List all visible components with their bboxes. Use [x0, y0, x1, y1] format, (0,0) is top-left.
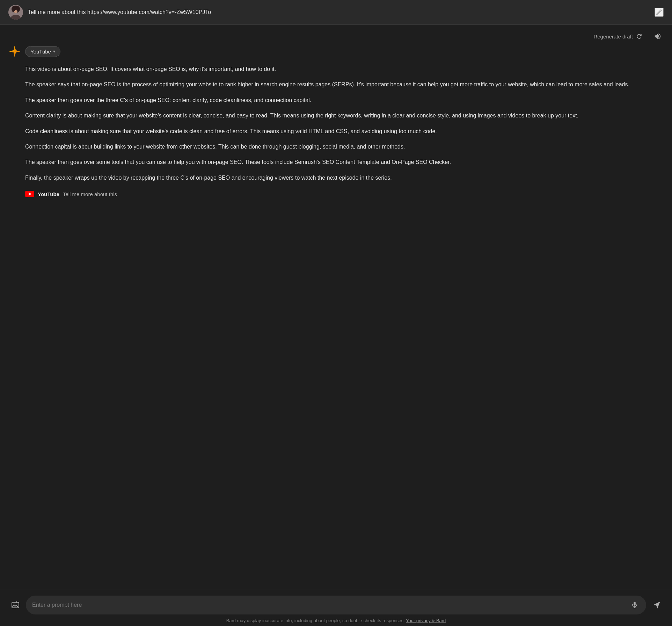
edit-button[interactable] [655, 8, 664, 17]
avatar[interactable] [8, 5, 23, 20]
source-name: YouTube [38, 191, 59, 197]
svg-point-6 [16, 6, 20, 12]
disclaimer: Bard may display inaccurate info, includ… [8, 618, 664, 623]
response-paragraph-2: The speaker says that on-page SEO is the… [25, 80, 664, 89]
bard-sparkle-icon [8, 45, 21, 58]
response-paragraph-1: This video is about on-page SEO. It cove… [25, 65, 664, 74]
microphone-button[interactable] [629, 600, 640, 610]
source-link: Tell me more about this [63, 191, 117, 197]
response-paragraph-5: Code cleanliness is about making sure th… [25, 127, 664, 136]
privacy-link[interactable]: Your privacy & Bard [406, 618, 446, 623]
response-paragraph-6: Connection capital is about building lin… [25, 142, 664, 151]
source-attribution: YouTube Tell me more about this [8, 191, 664, 197]
svg-point-10 [14, 604, 15, 605]
send-button[interactable] [650, 598, 664, 612]
input-container [26, 596, 646, 614]
response-text: This video is about on-page SEO. It cove… [8, 65, 664, 182]
response-block: YouTube ▾ This video is about on-page SE… [8, 45, 664, 197]
main-area: Regenerate draft [0, 25, 672, 626]
bottom-area: Bard may display inaccurate info, includ… [0, 590, 672, 626]
regenerate-button[interactable]: Regenerate draft [590, 31, 646, 42]
svg-rect-11 [634, 602, 636, 606]
chat-area: YouTube ▾ This video is about on-page SE… [0, 45, 672, 590]
speaker-button[interactable] [652, 30, 664, 42]
disclaimer-text: Bard may display inaccurate info, includ… [226, 618, 405, 623]
top-bar: Regenerate draft [0, 25, 672, 45]
header: Tell me more about this https://www.yout… [0, 0, 672, 25]
svg-marker-8 [9, 46, 20, 57]
source-row: YouTube ▾ [8, 45, 664, 58]
source-chip[interactable]: YouTube ▾ [25, 46, 60, 57]
header-left: Tell me more about this https://www.yout… [8, 5, 211, 20]
input-row [8, 596, 664, 614]
header-title: Tell me more about this https://www.yout… [28, 9, 211, 15]
response-paragraph-4: Content clarity is about making sure tha… [25, 111, 664, 120]
svg-point-5 [12, 6, 15, 12]
chevron-down-icon: ▾ [53, 49, 55, 54]
response-paragraph-3: The speaker then goes over the three C's… [25, 96, 664, 105]
youtube-play-triangle [29, 192, 31, 196]
regenerate-label: Regenerate draft [593, 34, 633, 39]
source-chip-label: YouTube [30, 49, 51, 55]
svg-rect-9 [12, 602, 19, 608]
image-upload-button[interactable] [8, 598, 22, 612]
youtube-icon [25, 191, 34, 197]
response-paragraph-8: Finally, the speaker wraps up the video … [25, 173, 664, 182]
response-paragraph-7: The speaker then goes over some tools th… [25, 158, 664, 167]
prompt-input[interactable] [32, 602, 626, 608]
